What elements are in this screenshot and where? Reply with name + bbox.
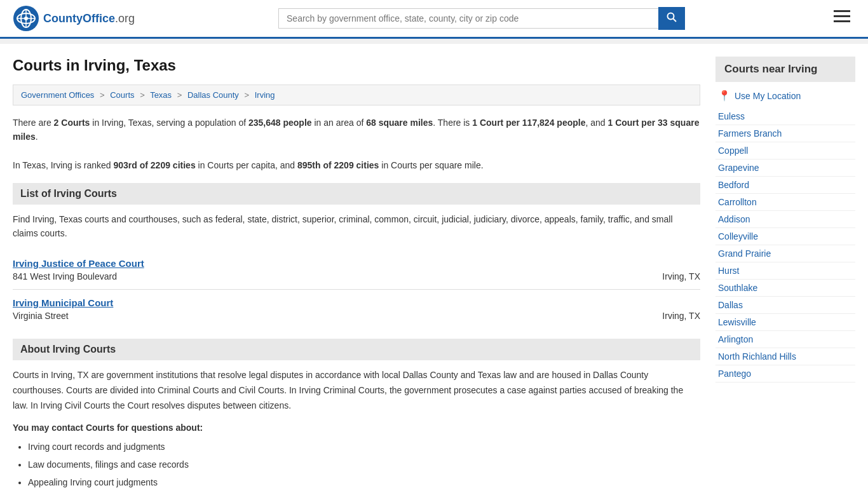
info-paragraph: There are 2 Courts in Irving, Texas, ser…	[13, 116, 700, 173]
courts-list: Irving Justice of Peace Court 841 West I…	[13, 250, 700, 329]
contact-list: Irving court records and judgments Law d…	[13, 438, 700, 488]
sidebar-city-15[interactable]: Pantego	[715, 365, 855, 383]
info-population: 235,648 people	[248, 118, 312, 128]
sidebar-city-2[interactable]: Coppell	[715, 142, 855, 159]
sidebar-city-6[interactable]: Addison	[715, 211, 855, 228]
court-details-1: Virginia Street Irving, TX	[13, 311, 700, 321]
court-address-0: 841 West Irving Boulevard	[13, 271, 117, 281]
sidebar-city-1[interactable]: Farmers Branch	[715, 125, 855, 142]
breadcrumb-sep-4: >	[245, 90, 250, 100]
sidebar-city-0[interactable]: Euless	[715, 108, 855, 125]
contact-header: You may contact Courts for questions abo…	[13, 423, 700, 433]
list-section-header: List of Irving Courts	[13, 183, 700, 205]
search-area	[278, 7, 685, 30]
breadcrumb: Government Offices > Courts > Texas > Da…	[13, 85, 700, 105]
breadcrumb-sep-2: >	[140, 90, 145, 100]
sidebar-city-7[interactable]: Colleyville	[715, 228, 855, 245]
svg-line-7	[674, 19, 677, 22]
logo-icon	[13, 5, 39, 32]
content-area: Courts in Irving, Texas Government Offic…	[13, 57, 700, 488]
court-item-1: Irving Municipal Court Virginia Street I…	[13, 290, 700, 329]
court-details-0: 841 West Irving Boulevard Irving, TX	[13, 271, 700, 281]
info-rank-capita: 903rd of 2209 cities	[113, 160, 195, 170]
list-description: Find Irving, Texas courts and courthouse…	[13, 212, 700, 241]
svg-rect-8	[834, 10, 850, 12]
info-text-2: in Irving, Texas, serving a population o…	[90, 118, 248, 128]
breadcrumb-sep-1: >	[100, 90, 105, 100]
court-item-0: Irving Justice of Peace Court 841 West I…	[13, 250, 700, 290]
sidebar-cities: EulessFarmers BranchCoppellGrapevineBedf…	[715, 108, 855, 383]
info-text-4: . There is	[433, 118, 472, 128]
court-location-0: Irving, TX	[624, 271, 700, 281]
sidebar-city-3[interactable]: Grapevine	[715, 159, 855, 177]
hamburger-menu-button[interactable]	[829, 8, 855, 29]
about-text: Courts in Irving, TX are government inst…	[13, 368, 700, 413]
sidebar: Courts near Irving 📍 Use My Location Eul…	[715, 57, 855, 488]
info-text-6: .	[36, 132, 38, 142]
sidebar-city-9[interactable]: Hurst	[715, 262, 855, 280]
main-layout: Courts in Irving, Texas Government Offic…	[0, 44, 868, 488]
search-button[interactable]	[658, 7, 685, 30]
svg-rect-10	[834, 20, 850, 22]
subheader-bar	[0, 39, 868, 44]
breadcrumb-link-irving[interactable]: Irving	[255, 90, 275, 100]
breadcrumb-link-courts[interactable]: Courts	[110, 90, 134, 100]
breadcrumb-link-texas[interactable]: Texas	[150, 90, 172, 100]
use-my-location-link[interactable]: 📍 Use My Location	[715, 90, 855, 102]
location-pin-icon: 📍	[718, 90, 731, 102]
info-court-per-pop: 1 Court per 117,824 people	[472, 118, 585, 128]
sidebar-city-13[interactable]: Arlington	[715, 331, 855, 348]
sidebar-city-5[interactable]: Carrollton	[715, 194, 855, 211]
sidebar-city-8[interactable]: Grand Prairie	[715, 245, 855, 262]
logo-area: CountyOffice.org	[13, 5, 135, 32]
sidebar-city-12[interactable]: Lewisville	[715, 314, 855, 331]
info-rank-area: 895th of 2209 cities	[297, 160, 379, 170]
sidebar-city-4[interactable]: Bedford	[715, 177, 855, 194]
info-text-5: , and	[585, 118, 607, 128]
svg-point-6	[668, 13, 674, 20]
court-location-1: Irving, TX	[624, 311, 700, 321]
use-location-label: Use My Location	[735, 91, 801, 101]
about-section-header: About Irving Courts	[13, 339, 700, 360]
sidebar-city-10[interactable]: Southlake	[715, 280, 855, 297]
search-input[interactable]	[278, 8, 658, 29]
info-area: 68 square miles	[366, 118, 433, 128]
info-courts-count: 2 Courts	[54, 118, 90, 128]
court-name-0[interactable]: Irving Justice of Peace Court	[13, 258, 700, 269]
court-name-1[interactable]: Irving Municipal Court	[13, 297, 700, 308]
contact-item-1: Law documents, filings and case records	[28, 456, 700, 473]
sidebar-city-11[interactable]: Dallas	[715, 297, 855, 314]
logo-text: CountyOffice.org	[43, 12, 135, 25]
header: CountyOffice.org	[0, 0, 868, 39]
breadcrumb-link-gov[interactable]: Government Offices	[21, 90, 94, 100]
contact-item-0: Irving court records and judgments	[28, 438, 700, 456]
page-title: Courts in Irving, Texas	[13, 57, 700, 74]
info-text-1: There are	[13, 118, 54, 128]
breadcrumb-sep-3: >	[177, 90, 182, 100]
info-ranked-text: In Texas, Irving is ranked	[13, 160, 113, 170]
info-text-3: in an area of	[312, 118, 367, 128]
sidebar-city-14[interactable]: North Richland Hills	[715, 348, 855, 365]
info-rank-end: in Courts per square mile.	[379, 160, 483, 170]
breadcrumb-link-dallas[interactable]: Dallas County	[187, 90, 239, 100]
info-rank-mid: in Courts per capita, and	[196, 160, 297, 170]
sidebar-title: Courts near Irving	[715, 57, 855, 82]
court-address-1: Virginia Street	[13, 311, 69, 321]
svg-rect-9	[834, 15, 850, 17]
contact-item-2: Appealing Irving court judgments	[28, 473, 700, 488]
